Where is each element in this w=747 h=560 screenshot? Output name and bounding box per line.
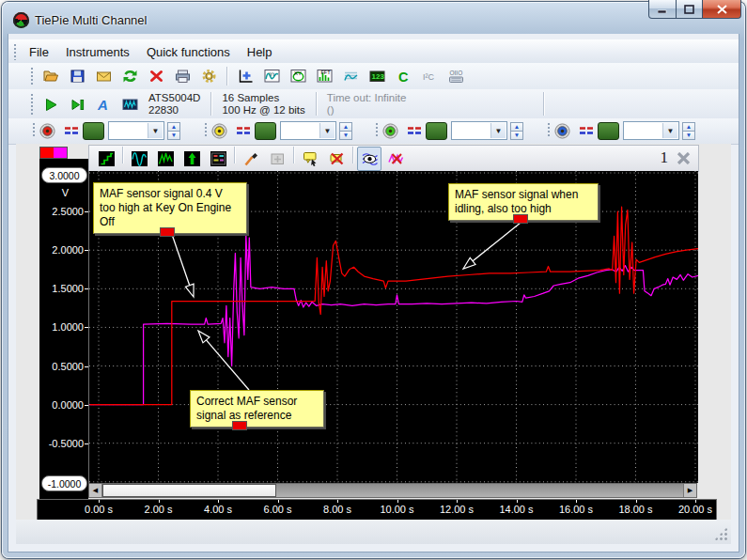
main-toolbar: YtXYFFT123CI²COIIO (8, 63, 739, 90)
bnc-connector-icon[interactable] (554, 123, 570, 139)
print-button[interactable] (170, 64, 195, 88)
window-controls (648, 0, 741, 19)
coupling-icon[interactable] (236, 124, 251, 137)
delete-button[interactable] (144, 64, 168, 88)
settings-button[interactable] (196, 64, 221, 88)
digital-io-button[interactable]: OIIO (444, 64, 468, 88)
chevron-down-icon[interactable]: ▼ (662, 123, 677, 138)
coupling-icon[interactable] (579, 124, 594, 137)
step-trace-button[interactable] (94, 147, 118, 171)
add-graph-button[interactable] (233, 64, 257, 88)
autorange-button[interactable] (83, 122, 104, 140)
range-select[interactable]: ▼ (623, 121, 679, 140)
range-stepper[interactable]: ▲▼ (510, 122, 523, 140)
value-display-button[interactable]: 123 (365, 64, 389, 88)
c-scope-button[interactable]: C (391, 64, 415, 88)
menu-quick-functions[interactable]: Quick functions (138, 42, 239, 62)
x-tick-label: 20.00 s (678, 504, 712, 515)
scale-up-button[interactable] (179, 147, 204, 171)
bnc-connector-icon[interactable] (211, 123, 227, 139)
delete-annotation-button[interactable] (324, 147, 349, 171)
sine-trace-button[interactable] (127, 147, 151, 171)
autorange-button[interactable] (426, 122, 447, 140)
annotation-handle[interactable] (232, 421, 247, 430)
range-select[interactable]: ▼ (451, 121, 507, 140)
step-up-icon: ▲ (682, 122, 695, 132)
channel-grip[interactable] (31, 121, 36, 138)
chevron-down-icon[interactable]: ▼ (319, 123, 335, 138)
mail-button[interactable] (91, 64, 116, 88)
range-select[interactable]: ▼ (280, 121, 336, 140)
annotation-note[interactable]: MAF sensor signal when idling, also too … (448, 183, 599, 221)
range-stepper[interactable]: ▲▼ (167, 122, 180, 140)
open-button[interactable] (39, 64, 63, 88)
xy-graph-button[interactable]: XY (286, 64, 310, 88)
meter-button[interactable] (338, 64, 363, 88)
start-button[interactable] (39, 92, 63, 117)
coupling-icon[interactable] (64, 124, 79, 137)
autorange-button[interactable] (255, 122, 276, 140)
x-tick-label: 8.00 s (323, 504, 351, 515)
save-button[interactable] (65, 64, 89, 88)
screen-layout-icon (210, 151, 226, 166)
scroll-right-button[interactable]: ▶ (683, 484, 696, 497)
channel-grip[interactable] (546, 121, 551, 138)
chevron-down-icon[interactable]: ▼ (148, 123, 163, 138)
x-tick-label: 18.00 s (618, 504, 652, 515)
chevron-down-icon[interactable]: ▼ (490, 123, 506, 138)
svg-text:I²C: I²C (423, 72, 434, 82)
step-down-icon: ▼ (682, 132, 695, 140)
instrument-grip[interactable] (29, 92, 34, 116)
range-select[interactable]: ▼ (108, 121, 164, 140)
bnc-connector-icon[interactable] (39, 123, 55, 139)
menu-file[interactable]: File (21, 42, 57, 62)
coupling-icon[interactable] (407, 124, 422, 137)
export-disabled-button[interactable] (265, 147, 289, 171)
toggle-trace-visibility-button[interactable] (357, 147, 381, 171)
menu-help[interactable]: Help (239, 42, 281, 62)
menubar-grip[interactable] (12, 42, 17, 60)
range-stepper[interactable]: ▲▼ (339, 122, 352, 140)
scroll-left-button[interactable]: ◀ (89, 484, 102, 497)
y-axis-min[interactable]: -1.0000 (41, 475, 87, 491)
one-shot-button[interactable] (65, 92, 89, 117)
toolbar-grip[interactable] (29, 66, 34, 86)
timeout-info: Time out: Infinite () (327, 92, 407, 117)
scroll-thumb[interactable] (102, 484, 276, 497)
scope-window-button[interactable] (117, 92, 142, 117)
app-logo-icon (13, 12, 29, 28)
annotation-handle[interactable] (160, 227, 175, 237)
channel-grip[interactable] (203, 121, 208, 138)
y-axis-max[interactable]: 3.0000 (41, 167, 87, 183)
panel-divider (543, 92, 544, 116)
maximize-button[interactable] (677, 0, 703, 19)
yt-graph-button[interactable]: Yt (259, 64, 284, 88)
autorange-button[interactable] (598, 122, 619, 140)
save-icon (70, 69, 86, 84)
annotation-handle[interactable] (513, 214, 528, 224)
minimize-button[interactable] (648, 0, 677, 19)
annotation-note[interactable]: MAF sensor signal 0.4 V too high at Key … (93, 182, 247, 234)
graph-close-icon[interactable] (674, 149, 693, 166)
close-button[interactable] (703, 0, 741, 19)
add-annotation-button[interactable] (298, 147, 322, 171)
autoscale-button[interactable] (153, 147, 178, 171)
menu-instruments[interactable]: Instruments (57, 42, 138, 62)
resize-grip[interactable] (714, 527, 727, 540)
auto-setup-button[interactable]: A (91, 92, 116, 117)
i2c-button[interactable]: I²C (417, 64, 442, 88)
annotation-note[interactable]: Correct MAF sensor signal as reference (190, 390, 324, 428)
red-trace-swatch (40, 148, 54, 158)
horizontal-scrollbar[interactable]: ◀ ▶ (88, 483, 697, 498)
background-color-button[interactable] (239, 147, 263, 171)
svg-text:FFT: FFT (320, 70, 331, 75)
screen-layout-button[interactable] (206, 147, 230, 171)
device-info: ATS5004D 22830 (148, 92, 200, 117)
bnc-connector-icon[interactable] (382, 123, 398, 139)
channel-grip[interactable] (374, 121, 379, 138)
title-bar[interactable]: TiePie Multi Channel (8, 6, 739, 34)
refresh-button[interactable] (117, 64, 142, 88)
range-stepper[interactable]: ▲▼ (682, 122, 695, 140)
delete-trace-button[interactable] (383, 147, 408, 171)
fft-graph-button[interactable]: FFT (312, 64, 336, 88)
